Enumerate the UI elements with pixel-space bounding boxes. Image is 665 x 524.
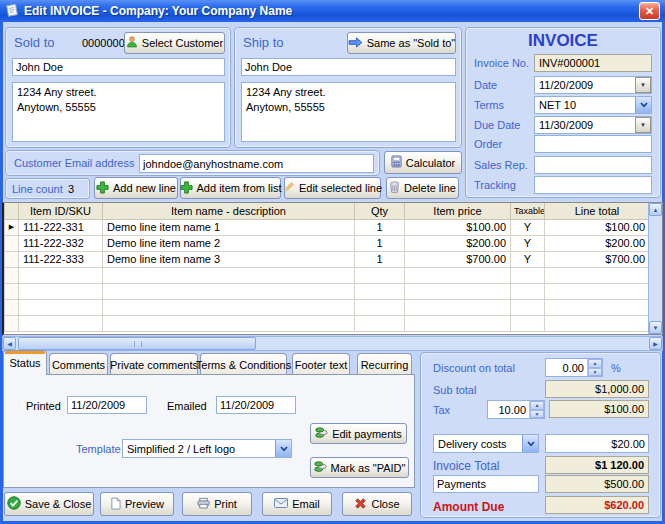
terms-select[interactable]: NET 10 bbox=[534, 96, 652, 114]
chevron-down-icon[interactable] bbox=[275, 440, 291, 457]
cell[interactable]: 111-222-331 bbox=[19, 219, 103, 235]
edit-payments-button[interactable]: Edit payments bbox=[310, 423, 407, 444]
table-header-row: Item ID/SKU Item name - description Qty … bbox=[5, 203, 650, 219]
close-window-icon[interactable]: ✕ bbox=[639, 2, 660, 20]
add-new-line-button[interactable]: Add new line bbox=[94, 177, 178, 199]
amount-due-label: Amount Due bbox=[433, 500, 504, 514]
order-input[interactable] bbox=[534, 135, 652, 153]
sold-to-address-input[interactable]: 1234 Any street. Anytown, 55555 bbox=[12, 82, 225, 142]
payments-field[interactable] bbox=[433, 475, 539, 493]
ship-to-address-input[interactable]: 1234 Any street. Anytown, 55555 bbox=[241, 82, 456, 142]
tab-comments[interactable]: Comments bbox=[49, 353, 108, 375]
col-item-id[interactable]: Item ID/SKU bbox=[19, 203, 103, 219]
customer-email-input[interactable] bbox=[139, 154, 374, 173]
close-button[interactable]: Close bbox=[342, 492, 412, 516]
cell[interactable]: 1 bbox=[355, 235, 405, 251]
sales-rep-input[interactable] bbox=[534, 156, 652, 174]
cell[interactable]: $100.00 bbox=[405, 219, 511, 235]
cell[interactable]: Y bbox=[511, 219, 545, 235]
cell bbox=[405, 283, 511, 299]
print-button[interactable]: Print bbox=[182, 492, 252, 516]
cell[interactable]: 111-222-333 bbox=[19, 251, 103, 267]
dropdown-arrow-icon[interactable]: ▼ bbox=[635, 77, 651, 93]
cell[interactable]: 111-222-332 bbox=[19, 235, 103, 251]
table-row-empty bbox=[5, 283, 650, 299]
mark-as-paid-button[interactable]: Mark as "PAID" bbox=[310, 457, 409, 478]
cell[interactable]: Demo line item name 3 bbox=[103, 251, 355, 267]
cell[interactable]: Demo line item name 2 bbox=[103, 235, 355, 251]
add-item-from-list-button[interactable]: Add item from list bbox=[180, 177, 281, 199]
tab-recurring[interactable]: Recurring bbox=[357, 353, 412, 375]
sold-to-label: Sold to bbox=[14, 35, 54, 50]
dropdown-arrow-icon[interactable]: ▼ bbox=[635, 117, 651, 133]
delete-line-label: Delete line bbox=[404, 182, 456, 194]
col-taxable[interactable]: Taxable bbox=[511, 203, 545, 219]
tab-private-comments[interactable]: Private comments bbox=[110, 353, 198, 375]
scroll-down-icon[interactable]: ▼ bbox=[649, 321, 662, 334]
preview-button[interactable]: Preview bbox=[100, 492, 174, 516]
email-button[interactable]: Email bbox=[262, 492, 332, 516]
spin-down-icon[interactable]: ▼ bbox=[588, 368, 602, 377]
delivery-costs-select[interactable]: Delivery costs bbox=[433, 434, 539, 453]
horizontal-scrollbar[interactable]: ◀ ▶ bbox=[2, 336, 663, 351]
cell[interactable]: $700.00 bbox=[405, 251, 511, 267]
scroll-right-icon[interactable]: ▶ bbox=[649, 337, 662, 350]
table-row-empty bbox=[5, 267, 650, 283]
vertical-scrollbar[interactable]: ▲ ▼ bbox=[648, 203, 662, 334]
plus-icon bbox=[180, 181, 193, 196]
table-row[interactable]: 111-222-332Demo line item name 21$200.00… bbox=[5, 235, 650, 251]
cell[interactable]: Y bbox=[511, 251, 545, 267]
same-as-sold-to-button[interactable]: Same as "Sold to" bbox=[347, 32, 456, 54]
date-select[interactable]: 11/20/2009 ▼ bbox=[534, 76, 652, 94]
save-and-close-button[interactable]: Save & Close bbox=[4, 492, 94, 516]
cell[interactable]: 1 bbox=[355, 219, 405, 235]
cell bbox=[355, 283, 405, 299]
cell[interactable]: $100.00 bbox=[545, 219, 650, 235]
tab-footer-text[interactable]: Footer text bbox=[292, 353, 350, 375]
spin-up-icon[interactable]: ▲ bbox=[530, 401, 544, 410]
scrollbar-thumb[interactable] bbox=[18, 337, 256, 350]
tax-rate-input[interactable] bbox=[488, 401, 529, 418]
col-line-total[interactable]: Line total bbox=[545, 203, 650, 219]
save-and-close-label: Save & Close bbox=[25, 498, 92, 510]
ship-to-name-input[interactable] bbox=[241, 58, 456, 76]
table-row[interactable]: ▶111-222-331Demo line item name 11$100.0… bbox=[5, 219, 650, 235]
cell[interactable]: $200.00 bbox=[545, 235, 650, 251]
col-item-price[interactable]: Item price bbox=[405, 203, 511, 219]
col-description[interactable]: Item name - description bbox=[103, 203, 355, 219]
col-qty[interactable]: Qty bbox=[355, 203, 405, 219]
due-date-select[interactable]: 11/30/2009 ▼ bbox=[534, 116, 652, 134]
cell[interactable]: $700.00 bbox=[545, 251, 650, 267]
scroll-up-icon[interactable]: ▲ bbox=[649, 203, 662, 216]
row-selector bbox=[5, 251, 19, 267]
tab-terms-conditions[interactable]: Terms & Conditions bbox=[200, 353, 287, 375]
discount-input[interactable] bbox=[546, 359, 587, 376]
chevron-down-icon[interactable] bbox=[522, 435, 538, 452]
title-bar: Edit INVOICE - Company: Your Company Nam… bbox=[0, 0, 665, 22]
chevron-down-icon[interactable] bbox=[635, 97, 651, 113]
check-circle-icon bbox=[7, 496, 21, 512]
scroll-left-icon[interactable]: ◀ bbox=[3, 337, 16, 350]
cell[interactable]: Y bbox=[511, 235, 545, 251]
discount-spinner[interactable]: ▲▼ bbox=[545, 358, 603, 377]
table-row[interactable]: 111-222-333Demo line item name 31$700.00… bbox=[5, 251, 650, 267]
tab-status[interactable]: Status bbox=[3, 350, 47, 375]
spin-down-icon[interactable]: ▼ bbox=[530, 410, 544, 419]
sold-to-name-input[interactable] bbox=[12, 58, 225, 76]
delivery-costs-input[interactable] bbox=[545, 434, 649, 453]
select-customer-button[interactable]: Select Customer bbox=[124, 32, 225, 54]
tracking-input[interactable] bbox=[534, 176, 652, 194]
printed-date-input[interactable] bbox=[67, 396, 147, 414]
emailed-date-input[interactable] bbox=[216, 396, 296, 414]
calculator-button[interactable]: Calculator bbox=[384, 151, 462, 174]
cell[interactable]: $200.00 bbox=[405, 235, 511, 251]
delete-line-button[interactable]: Delete line bbox=[386, 177, 459, 199]
edit-selected-line-button[interactable]: Edit selected line bbox=[284, 177, 381, 199]
cell[interactable]: Demo line item name 1 bbox=[103, 219, 355, 235]
tax-spinner[interactable]: ▲▼ bbox=[487, 400, 545, 419]
cell bbox=[511, 283, 545, 299]
spin-up-icon[interactable]: ▲ bbox=[588, 359, 602, 368]
cell bbox=[19, 283, 103, 299]
cell[interactable]: 1 bbox=[355, 251, 405, 267]
template-select[interactable]: Simplified 2 / Left logo bbox=[122, 439, 292, 458]
